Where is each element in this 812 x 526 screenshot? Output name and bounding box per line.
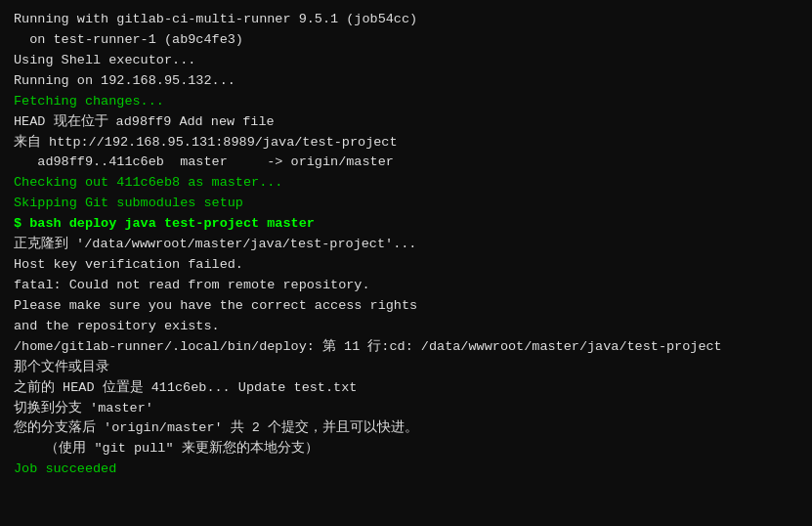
- terminal-line: Skipping Git submodules setup: [14, 194, 798, 214]
- terminal-line: Running with gitlab-ci-multi-runner 9.5.…: [14, 10, 798, 30]
- terminal-line: 正克隆到 '/data/wwwroot/master/java/test-pro…: [14, 235, 798, 255]
- terminal-line: （使用 "git pull" 来更新您的本地分支）: [14, 439, 798, 460]
- terminal-output: Running with gitlab-ci-multi-runner 9.5.…: [0, 0, 812, 526]
- terminal-line: $ bash deploy java test-project master: [14, 214, 798, 235]
- terminal-line: Job succeeded: [14, 460, 798, 480]
- terminal-line: Using Shell executor...: [14, 51, 798, 71]
- terminal-line: HEAD 现在位于 ad98ff9 Add new file: [14, 112, 798, 133]
- terminal-line: on test-runner-1 (ab9c4fe3): [14, 30, 798, 51]
- terminal-line: Checking out 411c6eb8 as master...: [14, 173, 798, 194]
- terminal-line: fatal: Could not read from remote reposi…: [14, 276, 798, 296]
- terminal-line: and the repository exists.: [14, 317, 798, 337]
- terminal-line: Host key verification failed.: [14, 255, 798, 276]
- terminal-line: 来自 http://192.168.95.131:8989/java/test-…: [14, 133, 798, 153]
- terminal-line: 那个文件或目录: [14, 358, 798, 378]
- terminal-line: Please make sure you have the correct ac…: [14, 296, 798, 317]
- terminal-line: 您的分支落后 'origin/master' 共 2 个提交，并且可以快进。: [14, 418, 798, 439]
- terminal-line: 切换到分支 'master': [14, 399, 798, 419]
- terminal-line: /home/gitlab-runner/.local/bin/deploy: 第…: [14, 337, 798, 358]
- terminal-line: 之前的 HEAD 位置是 411c6eb... Update test.txt: [14, 378, 798, 399]
- terminal-line: ad98ff9..411c6eb master -> origin/master: [14, 153, 798, 173]
- terminal-line: Running on 192.168.95.132...: [14, 71, 798, 92]
- terminal-line: Fetching changes...: [14, 92, 798, 112]
